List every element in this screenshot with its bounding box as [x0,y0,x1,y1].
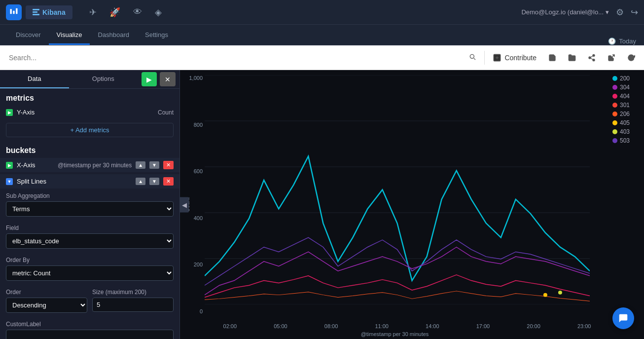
y-axis-label: Y-Axis [17,109,35,116]
chart-main: 1,000 800 600 400 200 0 Count [180,70,609,339]
legend-dot-206 [612,112,617,116]
field-select[interactable]: elb_status_code [6,233,174,249]
sub-aggregation-group: Sub Aggregation Terms [0,188,179,221]
y-label-600: 600 [185,168,203,174]
legend-dot-200 [612,76,617,81]
user-menu[interactable]: Demo@Logz.io (daniel@lo... ▾ [521,8,609,16]
split-lines-row: ▼ Split Lines ▲ ▼ ✕ [0,174,179,188]
today-label: Today [619,38,636,45]
split-lines-down-button[interactable]: ▼ [149,178,159,185]
order-select[interactable]: Descending [6,298,87,313]
x-label-2300: 23:00 [577,323,591,329]
split-lines-label: Split Lines [17,178,132,185]
x-axis-remove-button[interactable]: ✕ [163,161,174,169]
split-lines-remove-button[interactable]: ✕ [163,177,174,186]
x-axis-row: ▶ X-Axis @timestamp per 30 minutes ▲ ▼ ✕ [0,158,179,172]
svg-point-17 [558,291,562,295]
sub-aggregation-label: Sub Aggregation [6,192,174,199]
external-link-button[interactable] [604,52,619,64]
order-by-label: Order By [6,257,174,264]
legend-dot-304 [612,85,617,90]
discover-nav-item[interactable]: Discover [8,26,49,45]
chart-area: ◀ 1,000 800 600 400 200 0 Count [180,70,644,339]
x-label-1100: 11:00 [375,323,389,329]
eye-icon-button[interactable]: 👁 [131,5,144,19]
options-tab[interactable]: Options [69,70,138,88]
legend-label-206: 206 [620,111,630,117]
x-axis-icon: ▶ [6,162,13,169]
bar-chart-icon [33,9,39,15]
sub-aggregation-select[interactable]: Terms [6,201,174,217]
svg-rect-2 [16,8,17,14]
svg-rect-1 [13,10,14,14]
nav-right: Demo@Logz.io (daniel@lo... ▾ ⚙ ↪ [521,7,638,18]
buckets-header: buckets [0,141,179,158]
save-button[interactable] [544,52,560,64]
run-button[interactable]: ▶ [142,72,157,86]
legend-label-301: 301 [620,102,630,109]
search-input[interactable] [5,52,461,64]
open-button[interactable] [564,52,580,64]
legend-dot-301 [612,103,617,108]
settings-button[interactable]: ⚙ [616,7,624,18]
legend-item-206: 206 [612,111,641,117]
layers-icon-button[interactable]: ◈ [153,5,164,20]
legend-item-403: 403 [612,128,641,135]
left-panel: Data Options ▶ ✕ metrics ▶ Y-Axis Count … [0,70,180,339]
y-label-1000: 1,000 [185,75,203,81]
add-metrics-button[interactable]: + Add metrics [6,123,174,137]
x-label-2000: 20:00 [527,323,540,329]
logout-button[interactable]: ↪ [631,7,638,18]
y-axis-count: Count [158,109,174,116]
svg-line-8 [591,56,593,57]
toolbar-divider [484,51,485,65]
x-axis-up-button[interactable]: ▲ [136,161,145,169]
close-panel-button[interactable]: ✕ [160,72,176,86]
custom-label-input[interactable] [6,330,174,339]
x-axis-meta: @timestamp per 30 minutes [58,162,132,169]
sub-navigation: Discover Visualize Dashboard Settings 🕐 … [0,25,644,45]
svg-point-16 [543,293,547,297]
dashboard-nav-item[interactable]: Dashboard [90,26,137,45]
refresh-button[interactable] [623,52,639,64]
chart-svg [205,75,590,304]
contribute-label: Contribute [504,54,537,62]
nav-icons: ✈ 🚀 👁 ◈ [87,5,164,20]
kibana-button[interactable]: Kibana [26,5,72,19]
logo-area: Kibana [6,4,72,20]
order-by-select[interactable]: metric: Count [6,265,174,281]
send-icon-button[interactable]: ✈ [87,5,99,20]
rocket-icon-button[interactable]: 🚀 [107,5,122,20]
y-label-0: 0 [185,308,203,314]
settings-nav-item[interactable]: Settings [137,26,176,45]
legend-item-405: 405 [612,119,641,126]
user-label: Demo@Logz.io (daniel@lo... [521,8,604,16]
data-tab[interactable]: Data [0,70,69,88]
legend-dot-404 [612,94,617,99]
x-axis-title: @timestamp per 30 minutes [361,331,429,337]
x-label-1400: 14:00 [426,323,439,329]
contribute-button[interactable]: Contribute [489,51,540,64]
legend-label-405: 405 [620,119,630,126]
app-name-label: Kibana [42,8,66,16]
search-button[interactable] [465,51,480,65]
x-axis-down-button[interactable]: ▼ [149,161,159,169]
split-lines-up-button[interactable]: ▲ [136,178,145,185]
size-input[interactable] [92,298,174,312]
y-label-400: 400 [185,215,203,221]
visualize-nav-item[interactable]: Visualize [49,26,90,45]
x-label-0200: 02:00 [223,323,237,329]
chevron-down-icon: ▾ [606,8,609,16]
clock-icon: 🕐 [608,38,616,45]
chat-bubble[interactable] [612,307,634,329]
custom-label-label: CustomLabel [6,321,174,328]
legend-item-200: 200 [612,75,641,82]
legend-label-503: 503 [620,137,630,144]
legend-item-503: 503 [612,137,641,144]
legend-item-404: 404 [612,93,641,100]
share-button[interactable] [584,52,600,64]
chart-expand-button[interactable]: ◀ [180,197,189,212]
svg-rect-0 [10,9,12,14]
field-label: Field [6,225,174,231]
y-label-200: 200 [185,262,203,267]
